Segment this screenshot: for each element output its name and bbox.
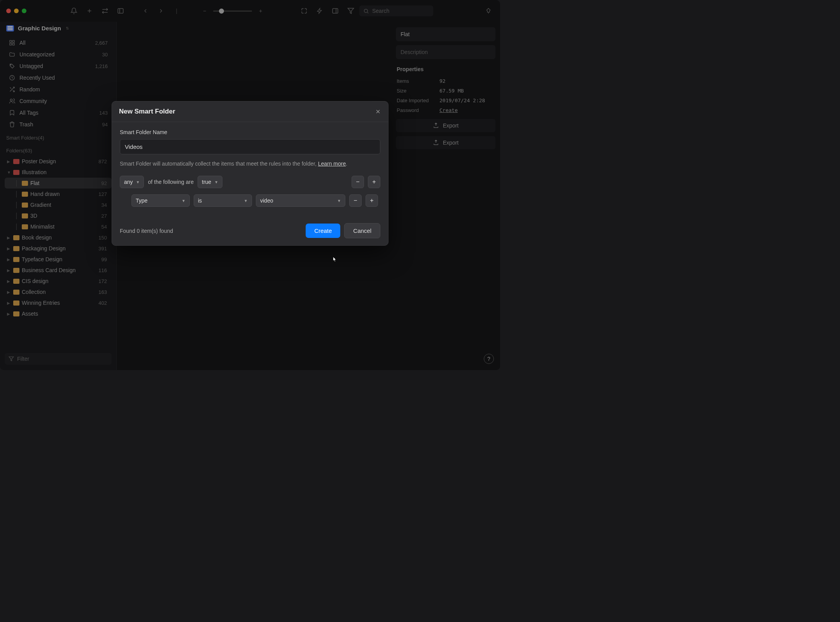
library-switcher[interactable]: Graphic Design ⇅ [0,22,116,37]
rule-field-value: Type [136,197,147,204]
disclosure-triangle-icon[interactable]: ▶ [7,301,11,305]
transfer-icon[interactable] [100,5,110,16]
maximize-window-button[interactable] [22,9,26,13]
cancel-button[interactable]: Cancel [344,223,380,238]
folder-count: 872 [98,159,107,164]
sidebar-item-untagged[interactable]: Untagged1,216 [5,60,112,72]
sidebar-item-all[interactable]: All2,667 [5,37,112,49]
thumbnail-size-slider[interactable]: − + [199,5,266,16]
add-group-button[interactable]: + [368,176,380,188]
remove-rule-button[interactable]: − [349,194,362,207]
notifications-icon[interactable] [68,5,79,16]
disclosure-triangle-icon[interactable]: ▼ [7,170,11,175]
close-window-button[interactable] [6,9,11,13]
sidebar-item-random[interactable]: Random [5,84,112,95]
property-value: 67.59 MB [439,88,464,94]
rule-value-select[interactable]: video ▼ [256,194,345,207]
disclosure-triangle-icon[interactable]: ▶ [7,159,11,164]
sidebar-item-community[interactable]: Community [5,95,112,107]
add-icon[interactable] [84,5,95,16]
filter-icon[interactable] [345,5,356,16]
disclosure-triangle-icon[interactable]: ▶ [7,236,11,240]
folder-label: Packaging Design [22,245,96,252]
zoom-out-icon[interactable]: − [199,5,210,16]
sidebar-filter-input[interactable]: Filter [5,353,112,365]
disclosure-triangle-icon[interactable]: ▶ [7,290,11,294]
folder-business-card-design[interactable]: ▶Business Card Design116 [5,265,112,276]
folder-minimalist[interactable]: │Minimalist54 [5,221,112,232]
folder-gradient[interactable]: │Gradient34 [5,199,112,210]
rule-operator-select[interactable]: is ▼ [194,194,252,207]
remove-group-button[interactable]: − [352,176,364,188]
smart-folders-section-label[interactable]: Smart Folders(4) [5,130,112,143]
flash-icon[interactable] [314,5,325,16]
pin-icon[interactable] [483,5,494,16]
inspector-title-input[interactable]: Flat [396,27,495,41]
sidebar-item-label: All [19,40,26,46]
folder-hand-drawn[interactable]: │Hand drawn127 [5,189,112,199]
property-key: Password [397,107,439,113]
chevron-updown-icon: ⇅ [66,26,69,30]
property-value[interactable]: Create [439,107,458,113]
folder-book-design[interactable]: ▶Book design150 [5,232,112,243]
folder-3d[interactable]: │3D27 [5,210,112,221]
minimize-window-button[interactable] [14,9,19,13]
smart-folder-name-input[interactable] [120,139,380,154]
sidebar-toggle-icon[interactable] [115,5,126,16]
create-button[interactable]: Create [306,224,340,238]
folder-winning-entries[interactable]: ▶Winning Entries402 [5,297,112,308]
library-icon [6,25,14,31]
folder-collection[interactable]: ▶Collection163 [5,287,112,297]
match-mode-select[interactable]: any ▼ [120,176,144,188]
folder-poster-design[interactable]: ▶Poster Design872 [5,156,112,167]
rule-operator-value: is [198,197,202,204]
extension-icon[interactable] [299,5,310,16]
help-button[interactable]: ? [484,354,494,364]
folder-illustration[interactable]: ▼Illustration [5,167,112,178]
sidebar-item-recently-used[interactable]: Recently Used [5,72,112,84]
modal-close-button[interactable] [375,108,381,115]
sidebar-item-trash[interactable]: Trash94 [5,119,112,130]
svg-rect-3 [10,40,12,42]
close-icon [375,108,381,115]
layout-icon[interactable] [330,5,341,16]
nav-back-icon[interactable] [140,5,151,16]
disclosure-triangle-icon[interactable]: ▶ [7,257,11,262]
export-button[interactable]: Export [396,119,495,132]
disclosure-triangle-icon[interactable]: ▶ [7,312,11,316]
svg-rect-5 [10,43,12,45]
folder-label: Gradient [30,202,99,208]
modal-title: New Smart Folder [119,108,175,115]
folder-color-icon [13,235,19,240]
inspector-description-input[interactable]: Description [396,45,495,59]
property-row-date-imported: Date Imported2019/07/24 2:28 [396,96,495,105]
folder-packaging-design[interactable]: ▶Packaging Design391 [5,243,112,254]
folder-label: 3D [30,213,99,219]
zoom-in-icon[interactable]: + [255,5,266,16]
folder-cis-design[interactable]: ▶CIS design172 [5,276,112,287]
disclosure-triangle-icon[interactable]: ▶ [7,246,11,251]
tree-line-icon: │ [14,213,19,219]
grid-icon [9,40,16,46]
folder-label: Flat [30,180,99,186]
learn-more-link[interactable]: Learn more [318,161,346,167]
folder-color-icon [22,224,28,229]
disclosure-triangle-icon[interactable]: ▶ [7,279,11,283]
folder-assets[interactable]: ▶Assets [5,308,112,319]
match-bool-select[interactable]: true ▼ [198,176,222,188]
add-rule-button[interactable]: + [366,194,378,207]
sidebar-item-all-tags[interactable]: All Tags143 [5,107,112,119]
chevron-down-icon: ▼ [182,199,186,203]
sidebar-item-uncategorized[interactable]: Uncategorized30 [5,49,112,60]
folders-section-label[interactable]: Folders(63) [5,143,112,156]
export-button-2[interactable]: Export [396,136,495,149]
folder-count: 34 [102,202,107,208]
search-input[interactable]: Search [359,5,433,16]
nav-forward-icon[interactable] [156,5,166,16]
disclosure-triangle-icon[interactable]: ▶ [7,268,11,273]
folder-typeface-design[interactable]: ▶Typeface Design99 [5,254,112,265]
folder-color-icon [13,246,19,251]
folder-flat[interactable]: │Flat92 [5,178,112,189]
chevron-down-icon: ▼ [244,199,248,203]
rule-field-select[interactable]: Type ▼ [131,194,190,207]
